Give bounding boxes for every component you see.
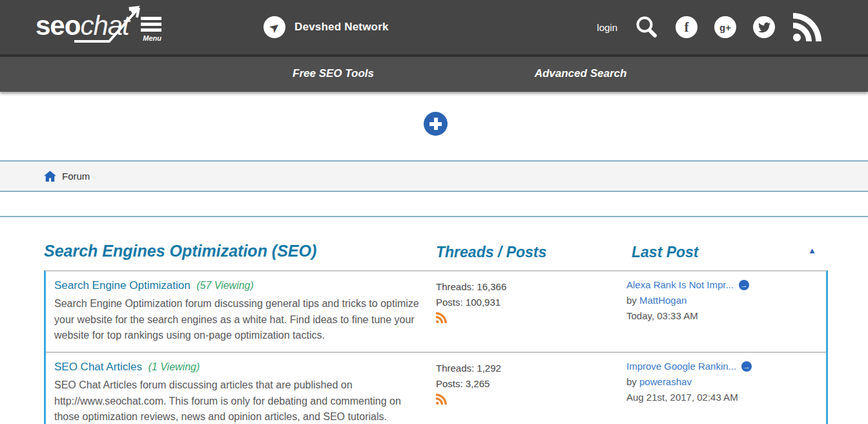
logo-seo-text: seo <box>36 10 80 41</box>
last-post-title-link[interactable]: Alexa Rank Is Not Impr... <box>626 279 734 290</box>
logo-chat-text: chat <box>80 10 129 41</box>
search-icon[interactable] <box>634 15 659 39</box>
last-post-cell: Alexa Rank Is Not Impr... → by MattHogan… <box>626 279 826 352</box>
facebook-glyph: f <box>685 20 689 35</box>
stats-cell: Threads: 16,366 Posts: 100,931 <box>436 279 626 352</box>
plus-icon <box>434 118 438 130</box>
forum-description: SEO Chat Articles forum discussing artic… <box>54 377 422 424</box>
posts-count: Posts: 3,265 <box>436 376 626 392</box>
goto-last-post-icon[interactable]: → <box>741 361 752 372</box>
twitter-icon[interactable] <box>753 16 775 38</box>
forum-table: Search Engine Optimization (57 Viewing) … <box>44 270 828 424</box>
forum-description: Search Engine Optimization forum discuss… <box>54 296 422 344</box>
devshed-arrow-icon: ➤ <box>264 16 285 38</box>
column-header-threads-posts: Threads / Posts <box>436 244 546 261</box>
devshed-network-link[interactable]: ➤ Devshed Network <box>264 16 389 38</box>
by-label: by <box>626 376 639 387</box>
google-plus-glyph: g+ <box>719 22 731 33</box>
devshed-network-label: Devshed Network <box>294 21 389 34</box>
last-post-author-line: by powerashav <box>626 376 826 387</box>
nav-advanced-search[interactable]: Advanced Search <box>535 67 627 80</box>
hamburger-bar <box>141 23 161 26</box>
page: seochat Menu ➤ Devshed Network login <box>0 0 868 424</box>
last-post-user-link[interactable]: powerashav <box>639 376 692 387</box>
seochat-logo[interactable]: seochat <box>36 10 129 41</box>
viewing-count: (57 Viewing) <box>196 280 254 291</box>
login-link[interactable]: login <box>597 22 617 33</box>
google-plus-icon[interactable]: g+ <box>714 16 736 38</box>
secondary-nav: Free SEO Tools Advanced Search <box>0 54 868 92</box>
column-header-last-post: Last Post <box>632 244 699 261</box>
forum-row: SEO Chat Articles (1 Viewing) SEO Chat A… <box>46 353 826 424</box>
breadcrumb-forum-link[interactable]: Forum <box>62 171 90 182</box>
threads-count: Threads: 16,366 <box>436 279 626 295</box>
top-header: seochat Menu ➤ Devshed Network login <box>0 0 868 54</box>
hamburger-menu-icon[interactable]: Menu <box>141 17 161 42</box>
last-post-date: Aug 21st, 2017, 02:43 AM <box>626 392 826 403</box>
stats-cell: Threads: 1,292 Posts: 3,265 <box>436 361 626 424</box>
forum-cell: Search Engine Optimization (57 Viewing) … <box>54 279 436 352</box>
nav-free-seo-tools[interactable]: Free SEO Tools <box>293 67 374 80</box>
last-post-user-link[interactable]: MattHogan <box>639 295 687 306</box>
forum-row: Search Engine Optimization (57 Viewing) … <box>46 271 826 353</box>
hamburger-bar <box>141 17 161 20</box>
category-title[interactable]: Search Engines Optimization (SEO) <box>44 242 316 260</box>
collapsed-section-bar <box>0 192 868 217</box>
expand-plus-button[interactable] <box>424 112 448 136</box>
last-post-author-line: by MattHogan <box>626 295 826 306</box>
sort-asc-icon[interactable]: ▲ <box>808 246 816 255</box>
hamburger-bar <box>141 28 161 32</box>
home-icon[interactable] <box>44 171 56 182</box>
last-post-cell: Improve Google Rankin... → by powerashav… <box>626 361 826 424</box>
threads-count: Threads: 1,292 <box>436 361 626 376</box>
by-label: by <box>626 295 639 306</box>
forum-cell: SEO Chat Articles (1 Viewing) SEO Chat A… <box>54 361 436 424</box>
forum-link[interactable]: SEO Chat Articles <box>54 361 142 373</box>
last-post-title-link[interactable]: Improve Google Rankin... <box>626 361 736 372</box>
rss-icon[interactable] <box>793 13 822 41</box>
rss-feed-icon[interactable] <box>436 312 447 323</box>
goto-last-post-icon[interactable]: → <box>739 280 749 290</box>
header-right-group: login f g+ <box>597 0 822 54</box>
rss-feed-icon[interactable] <box>436 394 447 405</box>
menu-label: Menu <box>141 34 161 42</box>
last-post-date: Today, 03:33 AM <box>626 310 826 321</box>
forum-link[interactable]: Search Engine Optimization <box>54 279 191 292</box>
posts-count: Posts: 100,931 <box>436 295 626 310</box>
viewing-count: (1 Viewing) <box>149 361 200 372</box>
facebook-icon[interactable]: f <box>676 16 698 38</box>
breadcrumb: Forum <box>0 160 868 192</box>
